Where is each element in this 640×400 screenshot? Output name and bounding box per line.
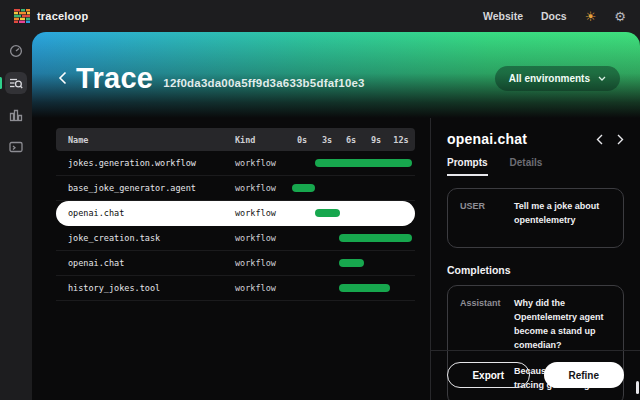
chevron-left-icon [596, 134, 603, 145]
span-timeline [290, 176, 415, 200]
prompt-message-box: USER Tell me a joke about opentelemetry [447, 188, 624, 248]
table-row-span[interactable]: base_joke_generator.agent workflow [56, 176, 415, 201]
span-details-pane: openai.chat Prompts Details USER Tell [430, 118, 640, 400]
table-row-span[interactable]: jokes.generation.workflow workflow [56, 151, 415, 176]
span-name: history_jokes.tool [68, 283, 235, 293]
span-name: openai.chat [68, 258, 235, 268]
sidebar-item-analytics[interactable] [5, 104, 27, 126]
refine-button[interactable]: Refine [544, 362, 625, 388]
back-button[interactable] [54, 70, 70, 86]
span-kind: workflow [235, 158, 290, 168]
prev-span-button[interactable] [596, 134, 603, 145]
span-timeline [290, 251, 415, 275]
page-title: Trace [76, 62, 153, 95]
website-link[interactable]: Website [483, 10, 523, 22]
time-tick: 3s [322, 135, 332, 145]
time-tick: 12s [393, 135, 408, 145]
bar-chart-icon [9, 108, 23, 122]
environment-selector[interactable]: All environments [495, 66, 620, 91]
span-name: jokes.generation.workflow [68, 158, 235, 168]
duration-bar [339, 284, 390, 292]
span-timeline [290, 151, 415, 175]
span-name: joke_creation.task [68, 233, 235, 243]
duration-bar [315, 209, 340, 217]
sidebar-item-dashboard[interactable] [5, 40, 27, 62]
span-kind: workflow [235, 183, 290, 193]
time-tick: 9s [371, 135, 381, 145]
left-sidebar [0, 32, 32, 400]
theme-toggle-sun-icon[interactable]: ☀ [585, 10, 597, 23]
column-header-name: Name [68, 135, 235, 145]
table-row-span[interactable]: history_jokes.tool workflow [56, 276, 415, 301]
duration-bar [315, 159, 412, 167]
table-header: Name Kind 0s 3s 6s 9s 12s [56, 128, 415, 151]
tab-details[interactable]: Details [510, 157, 543, 176]
span-name: openai.chat [68, 208, 235, 218]
message-role-label: USER [460, 200, 502, 236]
tab-prompts[interactable]: Prompts [447, 157, 488, 176]
environment-selector-label: All environments [509, 73, 590, 84]
span-kind: workflow [235, 258, 290, 268]
duration-bar [292, 184, 315, 192]
trace-header: Trace 12f0da3da00a5ff9d3a633b5dfaf10e3 A… [32, 32, 640, 118]
span-details-title: openai.chat [447, 131, 527, 147]
scrollbar[interactable] [636, 381, 639, 394]
trace-id: 12f0da3da00a5ff9d3a633b5dfaf10e3 [163, 77, 364, 89]
details-footer: Export Refine [431, 350, 640, 400]
time-tick: 0s [297, 135, 307, 145]
completion-paragraph: Why did the Opentelemetry agent become a… [514, 297, 611, 353]
gauge-icon [9, 44, 23, 58]
span-kind: workflow [235, 208, 290, 218]
traceloop-logo-icon [14, 9, 30, 23]
details-tabs: Prompts Details [431, 157, 640, 176]
duration-bar [339, 259, 364, 267]
time-axis: 0s 3s 6s 9s 12s [290, 128, 415, 151]
terminal-window-icon [9, 140, 23, 154]
spans-table-pane: Name Kind 0s 3s 6s 9s 12s jokes.generati… [32, 118, 430, 400]
span-kind: workflow [235, 233, 290, 243]
chevron-right-icon [617, 134, 624, 145]
table-row-span-selected[interactable]: openai.chat workflow [56, 201, 415, 226]
settings-gear-icon[interactable]: ⚙ [614, 10, 626, 23]
column-header-kind: Kind [235, 135, 290, 145]
span-kind: workflow [235, 283, 290, 293]
export-button[interactable]: Export [447, 362, 530, 388]
sidebar-item-traces[interactable] [5, 72, 27, 94]
docs-link[interactable]: Docs [541, 10, 567, 22]
span-name: base_joke_generator.agent [68, 183, 235, 193]
trace-search-icon [9, 76, 23, 90]
chevron-left-icon [58, 71, 67, 85]
completions-heading: Completions [447, 264, 624, 276]
spans-table: Name Kind 0s 3s 6s 9s 12s jokes.generati… [56, 128, 415, 301]
next-span-button[interactable] [617, 134, 624, 145]
top-bar: traceloop Website Docs ☀ ⚙ [0, 0, 640, 32]
prompt-text: Tell me a joke about opentelemetry [514, 200, 611, 236]
span-timeline [290, 201, 415, 225]
duration-bar [339, 234, 412, 242]
span-timeline [290, 226, 415, 250]
time-tick: 6s [346, 135, 356, 145]
main-panel: Trace 12f0da3da00a5ff9d3a633b5dfaf10e3 A… [32, 32, 640, 400]
chevron-down-icon [598, 76, 606, 81]
table-row-span[interactable]: openai.chat workflow [56, 251, 415, 276]
brand[interactable]: traceloop [14, 9, 88, 23]
span-timeline [290, 276, 415, 300]
table-row-span[interactable]: joke_creation.task workflow [56, 226, 415, 251]
brand-name: traceloop [37, 10, 88, 22]
sidebar-item-playground[interactable] [5, 136, 27, 158]
